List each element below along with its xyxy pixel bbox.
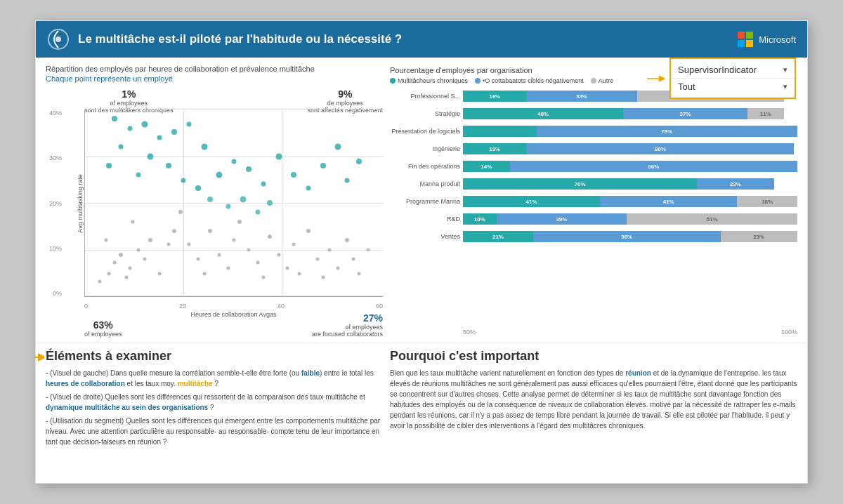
scatter-panel: Répartition des employés par heures de c… bbox=[46, 65, 383, 336]
table-row: Présentation de logiciels 78% bbox=[390, 124, 797, 139]
main-card: Le multitâche est-il piloté par l'habitu… bbox=[35, 20, 808, 484]
elements-heading: Éléments à examiner bbox=[46, 349, 383, 364]
filter-tout-label: Tout bbox=[678, 81, 695, 92]
content-area: Répartition des employés par heures de c… bbox=[36, 58, 807, 343]
table-row: Fin des opérations 14% 86% bbox=[390, 159, 797, 174]
page-title: Le multitâche est-il piloté par l'habitu… bbox=[78, 32, 738, 46]
table-row: Ingénierie 19% 80% bbox=[390, 141, 797, 157]
legend-item-teal: Multitâcheurs chroniques bbox=[390, 77, 468, 84]
svg-point-1 bbox=[55, 37, 61, 42]
chevron-down-icon-2: ▾ bbox=[783, 82, 788, 91]
filter-arrow-indicator bbox=[644, 72, 667, 88]
legend-item-gray: Autre bbox=[591, 77, 614, 84]
y-axis-label: Avg multitasking rate bbox=[77, 174, 84, 232]
scatter-subtitle: Chaque point représente un employé bbox=[46, 74, 383, 83]
left-arrow-indicator bbox=[33, 349, 44, 369]
stat-focused-left: 63% of employees bbox=[84, 319, 122, 338]
logo-icon bbox=[47, 28, 70, 51]
filter-box: SupervisorIndicator ▾ Tout ▾ bbox=[669, 58, 796, 99]
header: Le multitâche est-il piloté par l'habitu… bbox=[36, 21, 807, 58]
bar-chart-rows: Professionnel S... 19% 33% 44% Stratégie… bbox=[390, 88, 797, 327]
filter-supervisor-label: SupervisorIndicator bbox=[678, 65, 757, 75]
bar-chart-panel: Pourcentage d'employés par organisation … bbox=[390, 65, 797, 336]
table-row: Programme Manna 41% 41% 18% bbox=[390, 194, 797, 209]
table-row: R&D 10% 39% 51% bbox=[390, 211, 797, 227]
microsoft-logo: Microsoft bbox=[738, 32, 796, 47]
scatter-title: Répartition des employés par heures de c… bbox=[46, 65, 383, 73]
x-axis-label: Heures de collaboration Avgas bbox=[191, 311, 277, 318]
table-row: Ventes 21% 56% 23% bbox=[390, 229, 797, 244]
importance-panel: Pourquoi c'est important Bien que les ta… bbox=[390, 349, 797, 477]
table-row: Manna produit 70% 23% bbox=[390, 176, 797, 192]
elements-text: - (Visuel de gauche) Dans quelle mesure … bbox=[46, 368, 383, 447]
bar-chart-x-axis: 50% 100% bbox=[463, 329, 797, 336]
legend-item-blue: •O cottabaatots ciblés négativement bbox=[475, 77, 584, 84]
filter-tout-row[interactable]: Tout ▾ bbox=[671, 79, 795, 95]
elements-panel: Éléments à examiner - (Visuel de gauche)… bbox=[46, 349, 383, 477]
x-axis-ticks: 0 20 40 60 bbox=[84, 303, 383, 310]
chevron-down-icon: ▾ bbox=[783, 65, 788, 74]
filter-area: SupervisorIndicator ▾ Tout ▾ bbox=[669, 58, 796, 99]
table-row: Stratégie 48% 37% 11% bbox=[390, 106, 797, 121]
scatter-chart-area bbox=[84, 110, 383, 297]
ms-logo-text: Microsoft bbox=[759, 34, 796, 45]
filter-supervisor-row[interactable]: SupervisorIndicator ▾ bbox=[671, 62, 795, 79]
importance-heading: Pourquoi c'est important bbox=[390, 349, 797, 364]
stat-focused-right: 27% of employees are focused collaborato… bbox=[312, 312, 383, 338]
importance-text: Bien que les taux multitâche varient nat… bbox=[390, 368, 797, 431]
bottom-section: Éléments à examiner - (Visuel de gauche)… bbox=[36, 343, 807, 483]
